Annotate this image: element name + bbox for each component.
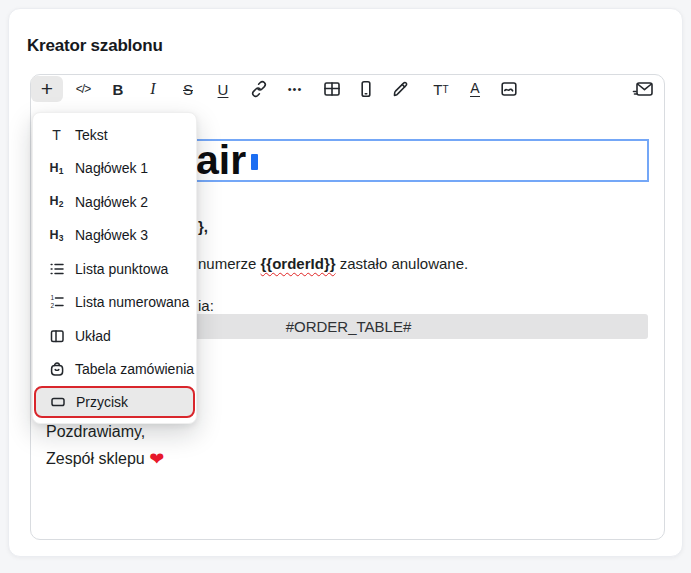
text-cursor <box>251 154 258 170</box>
template-creator-card: Kreator szablonu + </> B I S U ••• TT A <box>8 8 683 557</box>
link-icon[interactable] <box>245 75 273 103</box>
numbered-list-icon: 1 2 <box>48 294 65 310</box>
bold-icon[interactable]: B <box>104 75 132 103</box>
signature-line-2: Zespół sklepu ❤ <box>46 448 164 470</box>
template-creator-screen: Kreator szablonu + </> B I S U ••• TT A <box>0 0 691 573</box>
more-options-icon[interactable]: ••• <box>281 75 309 103</box>
bullet-list-icon <box>48 261 65 277</box>
heading3-icon: H3 <box>48 229 65 243</box>
heading1-icon: H1 <box>48 162 65 176</box>
button-icon <box>49 394 66 410</box>
menu-item-naglowek-1[interactable]: H1 Nagłówek 1 <box>33 152 196 186</box>
code-view-icon[interactable]: </> <box>69 75 97 103</box>
body-text-prefix: numerze <box>198 255 261 272</box>
mobile-preview-icon[interactable] <box>352 75 380 103</box>
signature-line-1: Pozdrawiamy, <box>46 423 145 441</box>
body-text-line: numerze {{orderId}} zastało anulowane. <box>198 255 468 272</box>
details-text-fragment: ia: <box>198 297 214 314</box>
image-icon[interactable] <box>495 75 523 103</box>
menu-item-lista-punktowa[interactable]: Lista punktowa <box>33 252 196 286</box>
order-table-icon <box>48 361 65 377</box>
strikethrough-icon[interactable]: S <box>174 75 202 103</box>
greeting-text-fragment: }, <box>198 218 208 235</box>
menu-item-przycisk[interactable]: Przycisk <box>34 386 195 418</box>
page-title: Kreator szablonu <box>27 36 163 56</box>
menu-item-tekst[interactable]: T Tekst <box>33 118 196 152</box>
styles-brush-icon[interactable] <box>387 75 415 103</box>
order-id-variable: {{orderId}} <box>261 255 336 272</box>
layout-icon <box>48 328 65 344</box>
menu-item-lista-numerowana[interactable]: 1 2 Lista numerowana <box>33 286 196 320</box>
typography-icon[interactable]: TT <box>427 75 455 103</box>
svg-text:2: 2 <box>50 302 54 309</box>
underline-icon[interactable]: U <box>209 75 237 103</box>
italic-icon[interactable]: I <box>139 75 167 103</box>
table-icon[interactable] <box>318 75 346 103</box>
heading-text: air <box>196 141 246 180</box>
font-color-icon[interactable]: A <box>461 75 489 103</box>
send-test-email-icon[interactable] <box>629 75 657 103</box>
add-block-icon[interactable]: + <box>31 76 63 102</box>
menu-item-tabela-zamowienia[interactable]: Tabela zamówienia <box>33 353 196 387</box>
text-icon: T <box>48 128 65 142</box>
heading2-icon: H2 <box>48 195 65 209</box>
insert-block-menu: T Tekst H1 Nagłówek 1 H2 Nagłówek 2 H3 N… <box>32 112 197 424</box>
menu-item-naglowek-3[interactable]: H3 Nagłówek 3 <box>33 219 196 253</box>
heart-icon: ❤ <box>149 449 164 469</box>
body-text-suffix: zastało anulowane. <box>336 255 469 272</box>
svg-text:1: 1 <box>50 295 54 302</box>
menu-item-naglowek-2[interactable]: H2 Nagłówek 2 <box>33 185 196 219</box>
menu-item-uklad[interactable]: Układ <box>33 319 196 353</box>
